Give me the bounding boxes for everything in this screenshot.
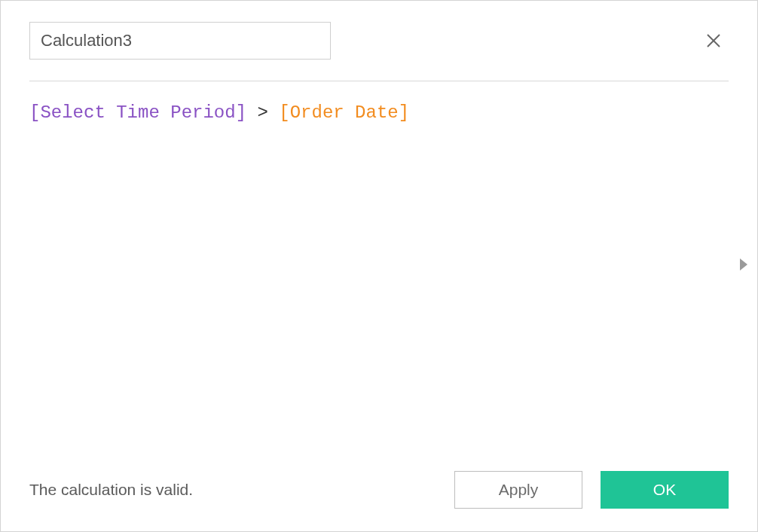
expand-panel-button[interactable]	[738, 257, 750, 275]
formula-token-field: [Order Date]	[279, 102, 409, 123]
dialog-header	[1, 1, 757, 60]
apply-button[interactable]: Apply	[454, 471, 582, 509]
dialog-footer: The calculation is valid. Apply OK	[1, 471, 757, 531]
formula-editor[interactable]: [Select Time Period] > [Order Date]	[1, 81, 757, 471]
calculation-editor-dialog: [Select Time Period] > [Order Date] The …	[0, 0, 758, 532]
close-icon	[705, 32, 723, 50]
close-button[interactable]	[701, 29, 726, 53]
validation-status-text: The calculation is valid.	[29, 481, 193, 499]
ok-button[interactable]: OK	[601, 471, 729, 509]
chevron-right-icon	[738, 257, 750, 272]
formula-token-operator: >	[257, 102, 267, 123]
formula-token-parameter: [Select Time Period]	[29, 102, 246, 123]
svg-marker-2	[740, 258, 747, 271]
calculation-name-input[interactable]	[29, 22, 331, 60]
